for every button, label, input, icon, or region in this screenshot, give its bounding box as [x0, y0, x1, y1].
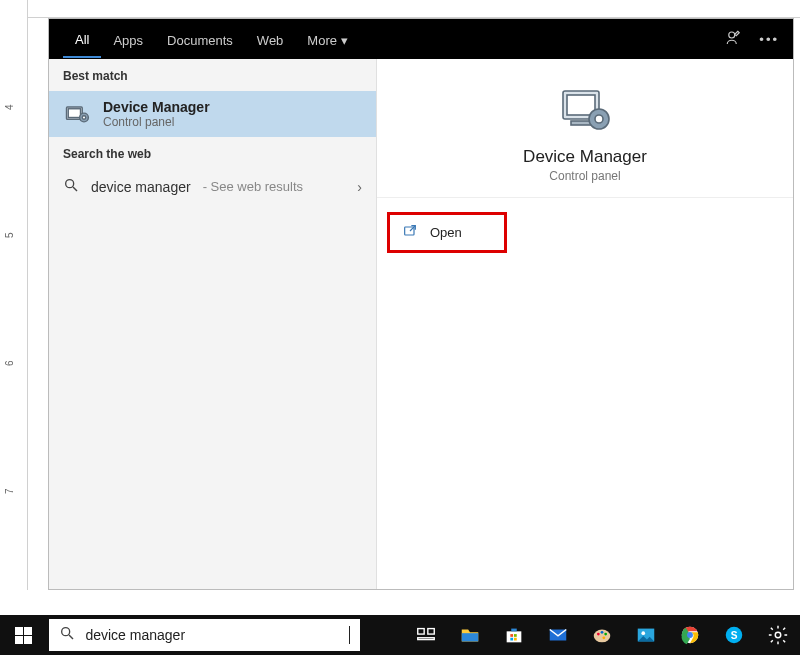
svg-rect-19: [510, 634, 513, 637]
result-title: Device Manager: [103, 99, 210, 115]
taskbar: S: [0, 615, 800, 655]
detail-title: Device Manager: [523, 147, 647, 167]
svg-point-25: [597, 633, 600, 636]
result-device-manager[interactable]: Device Manager Control panel: [49, 91, 376, 137]
open-label: Open: [430, 225, 462, 240]
tab-documents[interactable]: Documents: [155, 22, 245, 57]
paint-icon[interactable]: [580, 615, 624, 655]
svg-point-11: [595, 115, 603, 123]
store-icon[interactable]: [492, 615, 536, 655]
horizontal-ruler: [28, 0, 800, 18]
svg-point-5: [66, 180, 74, 188]
more-options-icon[interactable]: •••: [759, 32, 779, 47]
photos-icon[interactable]: [624, 615, 668, 655]
start-button[interactable]: [0, 615, 47, 655]
search-icon: [63, 177, 79, 196]
detail-device-manager-icon: [555, 85, 615, 135]
text-cursor: [349, 626, 350, 644]
svg-point-0: [729, 32, 735, 38]
svg-rect-2: [68, 109, 80, 118]
tab-all[interactable]: All: [63, 21, 101, 58]
svg-rect-16: [428, 629, 434, 635]
svg-rect-20: [514, 634, 517, 637]
svg-rect-22: [514, 638, 517, 641]
svg-line-14: [69, 635, 73, 639]
tab-web[interactable]: Web: [245, 22, 296, 57]
svg-rect-17: [418, 638, 435, 640]
search-filter-tabs: All Apps Documents Web More ▾ •••: [49, 19, 793, 59]
feedback-icon[interactable]: [725, 29, 743, 50]
svg-point-30: [641, 631, 645, 635]
web-result-device-manager[interactable]: device manager - See web results ›: [49, 169, 376, 204]
svg-point-28: [602, 636, 605, 639]
chrome-icon[interactable]: [668, 615, 712, 655]
taskbar-search-box[interactable]: [49, 619, 360, 651]
svg-point-27: [604, 633, 607, 636]
device-manager-icon: [63, 100, 91, 128]
result-subtitle: Control panel: [103, 115, 210, 129]
svg-rect-15: [418, 629, 424, 635]
settings-icon[interactable]: [756, 615, 800, 655]
svg-rect-21: [510, 638, 513, 641]
svg-point-26: [601, 631, 604, 634]
skype-icon[interactable]: S: [712, 615, 756, 655]
svg-line-6: [73, 187, 77, 191]
result-detail-pane: Device Manager Control panel Open: [377, 59, 793, 589]
detail-subtitle: Control panel: [549, 169, 620, 183]
tab-apps[interactable]: Apps: [101, 22, 155, 57]
open-icon: [402, 223, 418, 242]
search-input[interactable]: [83, 626, 341, 644]
svg-point-4: [82, 116, 86, 120]
mail-icon[interactable]: [536, 615, 580, 655]
search-icon: [59, 625, 75, 645]
windows-logo-icon: [15, 627, 32, 644]
chevron-right-icon: ›: [357, 179, 362, 195]
open-action[interactable]: Open: [387, 212, 507, 253]
svg-rect-9: [571, 121, 591, 125]
windows-search-panel: All Apps Documents Web More ▾ ••• Best m…: [48, 18, 794, 590]
vertical-ruler: 4 5 6 7: [0, 0, 28, 590]
web-query-text: device manager: [91, 179, 191, 195]
svg-point-13: [62, 628, 70, 636]
svg-point-35: [775, 632, 781, 638]
task-view-icon[interactable]: [404, 615, 448, 655]
results-list: Best match Device Manager Control panel …: [49, 59, 377, 589]
web-hint-text: - See web results: [203, 179, 303, 194]
chevron-down-icon: ▾: [341, 33, 348, 48]
svg-point-32: [687, 632, 693, 638]
file-explorer-icon[interactable]: [448, 615, 492, 655]
search-web-header: Search the web: [49, 137, 376, 169]
svg-text:S: S: [731, 630, 738, 641]
best-match-header: Best match: [49, 59, 376, 91]
tab-more[interactable]: More ▾: [295, 22, 360, 57]
